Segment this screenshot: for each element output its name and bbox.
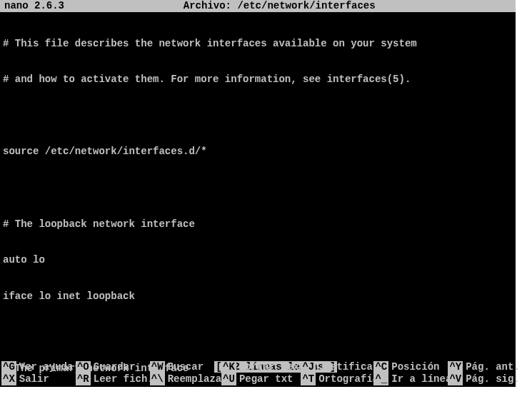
key-label: ^O: [76, 361, 91, 373]
file-line[interactable]: [3, 182, 513, 194]
key-label: ^_: [373, 373, 388, 385]
file-line[interactable]: [3, 326, 513, 338]
shortcut-label: Reemplazar: [168, 373, 228, 385]
key-label: ^R: [76, 373, 91, 385]
shortcut-row: ^XSalir ^RLeer fich. ^\Reemplazar ^UPega…: [1, 373, 514, 385]
shortcut-get-help[interactable]: ^GVer ayuda: [1, 361, 70, 373]
key-label: ^X: [1, 373, 16, 385]
shortcut-label: Buscar: [168, 361, 204, 373]
shortcut-help: ^GVer ayuda ^OGuardar ^WBuscar ^KCortar …: [1, 361, 514, 385]
file-header: Archivo: /etc/network/interfaces: [64, 0, 458, 24]
shortcut-where-is[interactable]: ^WBuscar: [150, 361, 216, 373]
shortcut-spell[interactable]: ^TOrtografía: [301, 373, 368, 385]
shortcut-label: Salir: [19, 373, 49, 385]
key-label: ^C: [373, 361, 388, 373]
key-label: ^K: [221, 361, 236, 373]
file-label: Archivo:: [184, 0, 231, 11]
shortcut-row: ^GVer ayuda ^OGuardar ^WBuscar ^KCortar …: [1, 361, 514, 373]
shortcut-label: Ir a línea: [391, 373, 451, 385]
nano-terminal: nano 2.6.3 Archivo: /etc/network/interfa…: [0, 0, 516, 387]
shortcut-label: Posición: [391, 361, 439, 373]
shortcut-cur-pos[interactable]: ^CPosición: [373, 361, 442, 373]
shortcut-next-page[interactable]: ^VPág. sig.: [448, 373, 514, 385]
shortcut-goto-line[interactable]: ^_Ir a línea: [373, 373, 442, 385]
shortcut-write-out[interactable]: ^OGuardar: [76, 361, 144, 373]
shortcut-exit[interactable]: ^XSalir: [1, 373, 70, 385]
key-label: ^V: [448, 373, 463, 385]
shortcut-label: Cortar Text: [239, 361, 305, 373]
key-label: ^U: [221, 373, 236, 385]
file-line[interactable]: [3, 110, 513, 122]
key-label: ^\: [150, 373, 165, 385]
key-label: ^W: [150, 361, 165, 373]
shortcut-cut-text[interactable]: ^KCortar Text: [221, 361, 295, 373]
shortcut-label: Leer fich.: [94, 373, 154, 385]
shortcut-label: Ver ayuda: [19, 361, 74, 373]
key-label: ^J: [301, 361, 316, 373]
file-line[interactable]: iface lo inet loopback: [3, 291, 513, 303]
app-name: nano 2.6.3: [4, 0, 64, 12]
file-line[interactable]: # and how to activate them. For more inf…: [3, 74, 513, 86]
shortcut-replace[interactable]: ^\Reemplazar: [150, 373, 216, 385]
key-label: ^Y: [448, 361, 463, 373]
bottom-bar: [ 12 líneas leídas ] ^GVer ayuda ^OGuard…: [0, 349, 516, 387]
file-line[interactable]: auto lo: [3, 254, 513, 266]
shortcut-justify[interactable]: ^JJustificar: [301, 361, 368, 373]
shortcut-label: Pág. sig.: [466, 373, 520, 385]
file-line[interactable]: source /etc/network/interfaces.d/*: [3, 146, 513, 158]
file-line[interactable]: # The loopback network interface: [3, 218, 513, 231]
file-line[interactable]: # This file describes the network interf…: [3, 38, 513, 50]
shortcut-label: Guardar: [94, 361, 136, 373]
shortcut-label: Pegar txt: [239, 373, 293, 385]
shortcut-label: Justificar: [318, 361, 378, 373]
file-path: /etc/network/interfaces: [237, 0, 375, 11]
key-label: ^T: [301, 373, 316, 385]
status-line: [ 12 líneas leídas ]: [1, 349, 514, 361]
shortcut-label: Pág. ant.: [466, 361, 520, 373]
key-label: ^G: [1, 361, 16, 373]
editor-area[interactable]: # This file describes the network interf…: [0, 12, 516, 399]
shortcut-read-file[interactable]: ^RLeer fich.: [76, 373, 144, 385]
titlebar: nano 2.6.3 Archivo: /etc/network/interfa…: [0, 0, 516, 12]
shortcut-label: Ortografía: [318, 373, 378, 385]
shortcut-prev-page[interactable]: ^YPág. ant.: [448, 361, 514, 373]
shortcut-uncut-text[interactable]: ^UPegar txt: [221, 373, 295, 385]
